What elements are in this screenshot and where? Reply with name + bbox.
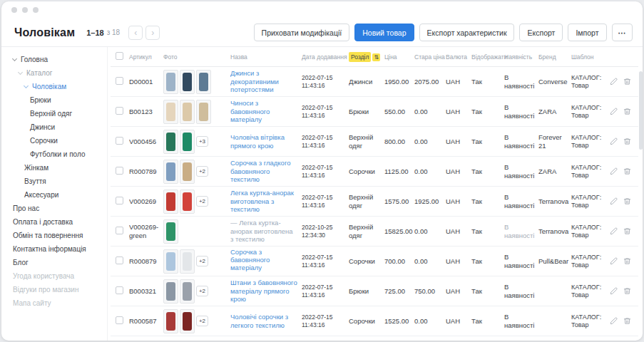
column-header-ціна[interactable]: Ціна: [384, 53, 413, 61]
column-header-назва[interactable]: Назва: [230, 53, 300, 61]
photo-thumbnail[interactable]: [196, 70, 211, 94]
column-header-дата-додавання[interactable]: Дата додавання: [302, 53, 347, 61]
edit-button[interactable]: [610, 317, 618, 325]
sidebar-item-ugoda-korystuvacha[interactable]: Угода користувача: [1, 269, 107, 283]
edit-button[interactable]: [610, 197, 618, 205]
photo-thumbnail[interactable]: [163, 70, 178, 94]
photo-thumbnail[interactable]: [163, 190, 178, 214]
edit-button[interactable]: [610, 227, 618, 235]
row-checkbox[interactable]: [116, 137, 123, 145]
photo-thumbnail[interactable]: [180, 100, 195, 124]
edit-button[interactable]: [610, 287, 618, 295]
sidebar-item-kontaktna-informatsiya[interactable]: Контактна інформація: [1, 242, 107, 256]
row-checkbox[interactable]: [116, 107, 123, 115]
sidebar-item-vzuttya[interactable]: Взуття: [1, 175, 107, 188]
more-photos-badge[interactable]: +2: [196, 286, 208, 296]
row-checkbox[interactable]: [116, 77, 123, 85]
edit-button[interactable]: [610, 257, 618, 265]
photo-thumbnail[interactable]: [180, 130, 195, 154]
sidebar-item-blog[interactable]: Блог: [1, 256, 107, 269]
select-all-checkbox[interactable]: [116, 52, 123, 60]
edit-button[interactable]: [610, 108, 618, 115]
column-header-артикул[interactable]: Артикул: [129, 53, 162, 61]
product-name-link[interactable]: Чиноси з бавовняного матеріалу: [230, 99, 300, 123]
window-control-dot[interactable]: [22, 7, 28, 13]
more-photos-badge[interactable]: +3: [196, 136, 208, 147]
sidebar-item-bryuky[interactable]: Брюки: [1, 93, 107, 107]
window-control-dot[interactable]: [33, 7, 39, 13]
column-header-розділ[interactable]: Розділ⇅: [349, 53, 383, 61]
sort-icon[interactable]: ⇅: [372, 53, 380, 61]
sidebar-item-pro-nas[interactable]: Про нас: [1, 202, 107, 215]
sidebar-item-katalog[interactable]: Каталог: [1, 66, 107, 80]
sidebar-item-obmin-ta-povernennya[interactable]: Обмін та повернення: [1, 229, 107, 242]
column-header-бренд[interactable]: Бренд: [538, 53, 570, 61]
photo-thumbnail[interactable]: [180, 249, 195, 274]
photo-thumbnail[interactable]: [180, 279, 195, 304]
photo-thumbnail[interactable]: [163, 309, 178, 333]
photo-thumbnail[interactable]: [180, 160, 195, 184]
column-header-наявність[interactable]: Наявність: [504, 53, 537, 61]
delete-button[interactable]: [623, 257, 631, 265]
row-checkbox[interactable]: [116, 227, 123, 234]
row-checkbox[interactable]: [116, 286, 123, 294]
product-name-link[interactable]: — Легка куртка-анорак виготовлена з текс…: [230, 219, 300, 243]
delete-button[interactable]: [623, 287, 631, 295]
sidebar-item-dzhynsy[interactable]: Джинси: [1, 120, 107, 134]
row-checkbox[interactable]: [116, 316, 123, 324]
column-header-стара-ціна[interactable]: Стара ціна: [414, 53, 444, 61]
more-photos-badge[interactable]: +2: [196, 256, 208, 266]
sidebar-item-futbolky-i-polo[interactable]: Футболки и поло: [1, 147, 107, 161]
scrollbar[interactable]: [639, 71, 643, 150]
new-product-button[interactable]: Новий товар: [354, 24, 414, 41]
edit-button[interactable]: [610, 167, 618, 175]
next-page-button[interactable]: ›: [145, 26, 160, 40]
product-name-link[interactable]: Легка куртка-анорак виготовлена з тексти…: [230, 189, 300, 213]
photo-thumbnail[interactable]: [180, 190, 195, 214]
sidebar-item-aksesuary[interactable]: Аксесуари: [1, 188, 107, 202]
edit-button[interactable]: [610, 78, 618, 86]
column-header-фото[interactable]: Фото: [163, 53, 229, 61]
photo-thumbnail[interactable]: [163, 130, 178, 154]
row-checkbox[interactable]: [116, 197, 123, 204]
delete-button[interactable]: [623, 317, 631, 325]
delete-button[interactable]: [623, 138, 631, 145]
photo-thumbnail[interactable]: [163, 249, 178, 274]
product-name-link[interactable]: Чоловічі сорочки з легкого текстилю: [230, 313, 300, 329]
photo-thumbnail[interactable]: [163, 160, 178, 184]
row-checkbox[interactable]: [116, 256, 123, 264]
sidebar-item-sorochky[interactable]: Сорочки: [1, 134, 107, 147]
delete-button[interactable]: [623, 227, 631, 235]
product-name-link[interactable]: Штани з бавовняного матеріалу прямого кр…: [230, 279, 300, 303]
sidebar-item-oplata-i-dostavka[interactable]: Оплата і доставка: [1, 215, 107, 229]
photo-thumbnail[interactable]: [163, 219, 178, 244]
more-photos-badge[interactable]: +2: [196, 316, 208, 326]
column-header-відображати[interactable]: Відображати: [471, 53, 503, 61]
sidebar-item-verkhniy-odyag[interactable]: Верхній одяг: [1, 107, 107, 120]
sidebar-item-zhinkam[interactable]: Жінкам: [1, 161, 107, 175]
hide-modifications-button[interactable]: Приховати модифікації: [254, 24, 350, 41]
delete-button[interactable]: [623, 197, 631, 205]
column-header-шаблон[interactable]: Шаблон: [571, 53, 607, 61]
export-button[interactable]: Експорт: [519, 24, 563, 41]
product-name-link[interactable]: Сорочка з гладкого бавовняного текстилю: [230, 159, 300, 183]
window-control-dot[interactable]: [11, 7, 17, 13]
more-photos-badge[interactable]: +2: [196, 196, 208, 207]
import-button[interactable]: Імпорт: [568, 24, 606, 41]
column-header-валюта[interactable]: Валюта: [446, 53, 470, 61]
sidebar-item-cholovikam[interactable]: Чоловікам: [1, 80, 107, 93]
photo-thumbnail[interactable]: [196, 100, 211, 124]
photo-thumbnail[interactable]: [180, 70, 195, 94]
delete-button[interactable]: [623, 167, 631, 175]
product-name-link[interactable]: Чоловіча вітрівка прямого крою: [230, 133, 300, 150]
row-checkbox[interactable]: [116, 167, 123, 175]
photo-thumbnail[interactable]: [163, 100, 178, 124]
edit-button[interactable]: [610, 138, 618, 145]
prev-page-button[interactable]: ‹: [128, 26, 143, 40]
sidebar-item-mapa-saytu[interactable]: Мапа сайту: [1, 296, 107, 310]
delete-button[interactable]: [623, 108, 631, 115]
more-photos-badge[interactable]: +2: [196, 166, 208, 177]
product-name-link[interactable]: Джинси з декоративними потертостями: [230, 69, 300, 93]
sidebar-item-golovna[interactable]: Головна: [1, 53, 107, 66]
export-characteristics-button[interactable]: Експорт характеристик: [419, 24, 515, 41]
